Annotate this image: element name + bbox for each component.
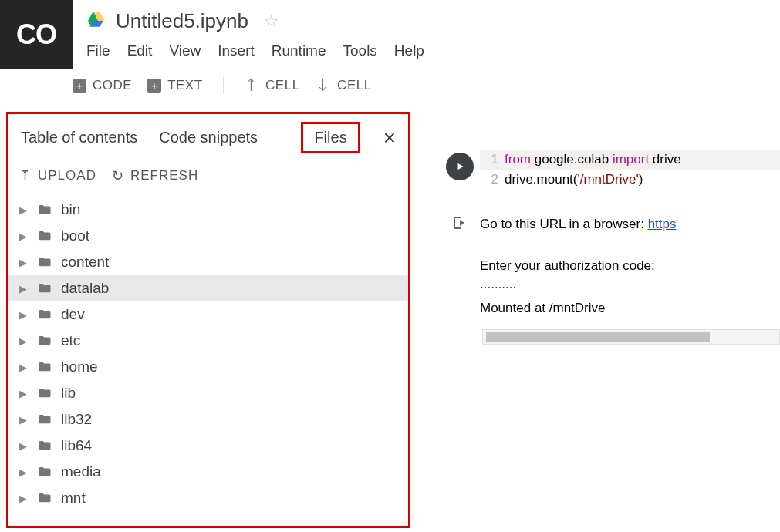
tree-folder-lib32[interactable]: ▶lib32 xyxy=(8,406,408,433)
folder-icon xyxy=(36,229,53,243)
auth-url-link[interactable]: https xyxy=(648,217,677,231)
tree-folder-datalab[interactable]: ▶datalab xyxy=(8,275,408,301)
caret-right-icon: ▶ xyxy=(19,466,29,478)
tree-folder-lib[interactable]: ▶lib xyxy=(8,380,408,406)
folder-icon xyxy=(36,308,53,322)
tree-folder-media[interactable]: ▶media xyxy=(8,459,408,485)
colab-logo[interactable]: CO xyxy=(0,0,73,69)
tree-folder-bin[interactable]: ▶bin xyxy=(8,197,408,223)
cell-output: Go to this URL in a browser: https Enter… xyxy=(440,214,780,318)
output-text: Go to this URL in a browser: https Enter… xyxy=(480,214,780,318)
folder-label: lib32 xyxy=(61,411,92,428)
file-tree: ▶bin▶boot▶content▶datalab▶dev▶etc▶home▶l… xyxy=(8,194,408,532)
tab-files[interactable]: Files xyxy=(301,122,360,153)
folder-icon xyxy=(36,491,53,505)
folder-icon xyxy=(36,360,53,374)
folder-label: home xyxy=(61,359,98,375)
toolbar: +CODE +TEXT 🡑CELL 🡓CELL xyxy=(0,69,780,102)
tree-folder-boot[interactable]: ▶boot xyxy=(8,223,408,249)
refresh-icon: ↻ xyxy=(112,167,124,184)
caret-right-icon: ▶ xyxy=(19,204,29,216)
run-button[interactable] xyxy=(446,153,474,180)
upload-icon: ⤒ xyxy=(19,167,32,184)
menu-runtime[interactable]: Runtime xyxy=(272,42,326,59)
drive-icon xyxy=(86,10,106,33)
caret-right-icon: ▶ xyxy=(19,283,29,295)
folder-icon xyxy=(36,412,53,426)
caret-right-icon: ▶ xyxy=(19,440,29,452)
plus-icon: + xyxy=(147,79,161,93)
folder-label: boot xyxy=(61,227,89,244)
arrow-down-icon: 🡓 xyxy=(316,77,332,95)
tree-folder-content[interactable]: ▶content xyxy=(8,249,408,275)
folder-label: lib xyxy=(61,385,76,402)
folder-label: bin xyxy=(61,201,80,218)
caret-right-icon: ▶ xyxy=(19,335,29,347)
tree-folder-lib64[interactable]: ▶lib64 xyxy=(8,433,408,459)
folder-icon xyxy=(36,439,53,453)
close-icon[interactable]: × xyxy=(383,126,396,150)
tree-folder-etc[interactable]: ▶etc xyxy=(8,328,408,354)
folder-label: etc xyxy=(61,332,80,349)
code-cell: 1from google.colab import drive 2drive.m… xyxy=(440,146,780,192)
folder-label: lib64 xyxy=(61,437,92,454)
code-editor[interactable]: 1from google.colab import drive 2drive.m… xyxy=(480,146,780,192)
separator xyxy=(223,77,224,94)
horizontal-scrollbar[interactable] xyxy=(482,329,780,345)
caret-right-icon: ▶ xyxy=(19,309,29,321)
add-code-button[interactable]: +CODE xyxy=(73,78,132,93)
line-number: 1 xyxy=(480,150,498,170)
caret-right-icon: ▶ xyxy=(19,231,29,242)
menu-bar: File Edit View Insert Runtime Tools Help xyxy=(86,42,780,59)
upload-button[interactable]: ⤒UPLOAD xyxy=(19,167,96,184)
menu-edit[interactable]: Edit xyxy=(127,42,153,59)
line-number: 2 xyxy=(480,170,498,190)
scrollbar-thumb[interactable] xyxy=(486,332,710,342)
output-icon xyxy=(451,221,469,234)
folder-label: dev xyxy=(61,306,85,323)
caret-right-icon: ▶ xyxy=(19,362,29,373)
caret-right-icon: ▶ xyxy=(19,388,29,399)
folder-icon xyxy=(36,465,53,479)
caret-right-icon: ▶ xyxy=(19,414,29,426)
svg-rect-5 xyxy=(454,217,455,229)
sidebar-panel: Table of contents Code snippets Files × … xyxy=(6,112,410,528)
folder-icon xyxy=(36,386,53,400)
menu-tools[interactable]: Tools xyxy=(343,42,377,59)
folder-label: datalab xyxy=(61,280,109,297)
folder-icon xyxy=(36,281,53,295)
arrow-up-icon: 🡑 xyxy=(244,77,260,95)
svg-marker-4 xyxy=(458,163,464,170)
tree-folder-mnt[interactable]: ▶mnt xyxy=(8,485,408,511)
move-cell-down-button[interactable]: 🡓CELL xyxy=(316,77,372,95)
play-icon xyxy=(454,161,465,172)
add-text-button[interactable]: +TEXT xyxy=(147,78,202,93)
folder-icon xyxy=(36,334,53,348)
folder-label: mnt xyxy=(61,490,86,507)
folder-icon xyxy=(36,255,53,269)
folder-label: media xyxy=(61,463,101,480)
folder-label: content xyxy=(61,254,109,271)
folder-icon xyxy=(36,203,53,217)
tab-snippets[interactable]: Code snippets xyxy=(159,129,258,146)
menu-insert[interactable]: Insert xyxy=(218,42,255,59)
tree-folder-dev[interactable]: ▶dev xyxy=(8,301,408,328)
doc-title[interactable]: Untitled5.ipynb xyxy=(116,9,248,33)
move-cell-up-button[interactable]: 🡑CELL xyxy=(244,77,300,95)
caret-right-icon: ▶ xyxy=(19,257,29,268)
refresh-button[interactable]: ↻REFRESH xyxy=(112,167,198,184)
tree-folder-home[interactable]: ▶home xyxy=(8,354,408,380)
menu-view[interactable]: View xyxy=(169,42,201,59)
notebook-area: 1from google.colab import drive 2drive.m… xyxy=(440,146,780,345)
menu-file[interactable]: File xyxy=(86,42,110,59)
star-icon[interactable]: ☆ xyxy=(264,12,279,32)
menu-help[interactable]: Help xyxy=(394,42,424,59)
caret-right-icon: ▶ xyxy=(19,493,29,504)
plus-icon: + xyxy=(73,79,86,93)
tab-toc[interactable]: Table of contents xyxy=(21,129,137,146)
